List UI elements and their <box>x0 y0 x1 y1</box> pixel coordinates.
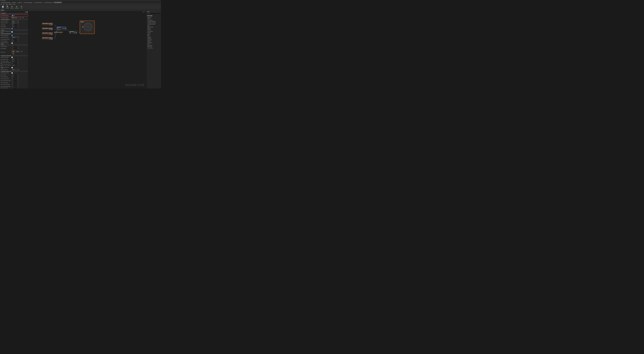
menu-asset[interactable]: Asset <box>6 4 8 5</box>
section-sound[interactable]: Sound <box>0 44 28 46</box>
non-focus-distance-scale-drag[interactable]: ⇔ <box>18 80 18 81</box>
section-listener-focus[interactable]: Attenuation Listener Focus <box>0 71 28 72</box>
stereo-spread-drag[interactable]: ⇔ <box>18 41 18 42</box>
menu-file[interactable]: File <box>0 4 2 5</box>
inner-radius-input[interactable] <box>12 24 17 26</box>
wave-player-5-node[interactable]: Wave Player : IceHit_5 Output <box>42 23 53 26</box>
modulator-input-dot[interactable] <box>70 33 70 33</box>
palette-item-switch[interactable]: Switch <box>147 43 161 45</box>
enable-air-absorption-checkbox[interactable] <box>12 57 13 58</box>
section-attenuation-distance[interactable]: Attenuation Distance <box>0 19 28 20</box>
attenuation-settings-edit-icon[interactable]: ← <box>22 17 22 18</box>
section-culling[interactable]: Culling <box>0 30 28 31</box>
non-focus-priority-scale-drag[interactable]: ⇔ <box>18 84 18 85</box>
pitch-multiplier-drag[interactable]: ⇔ <box>18 48 18 49</box>
inner-radius-drag[interactable]: ⇔ <box>18 24 18 25</box>
modulator-node[interactable]: Modulator Output <box>69 31 77 34</box>
spatialization-method-select[interactable]: Panning <box>12 37 19 38</box>
max-distance-range-drag[interactable]: ⇔ <box>18 61 18 62</box>
enable-spatialization-checkbox[interactable] <box>12 35 13 36</box>
focus-azimuth-input[interactable] <box>12 74 17 76</box>
focus-volume-attenuation-drag[interactable]: ⇔ <box>18 86 18 87</box>
section-attenuation[interactable]: Attenuation <box>0 13 28 14</box>
browse-button[interactable]: 🔍 Browse <box>5 5 10 9</box>
volume-multiplier-drag[interactable]: ⇔ <box>18 46 18 47</box>
non-focus-distance-scale-input[interactable] <box>12 80 17 81</box>
attenuation-shape-select[interactable]: Sphere <box>12 22 19 24</box>
palette-item-wave-param[interactable]: Wave Param <box>147 45 161 46</box>
max-distance-range-input[interactable] <box>12 60 17 62</box>
palette-item-continuous-modulator[interactable]: Continuous Modulator <box>147 21 161 22</box>
stop-button[interactable]: ⏹ Stop <box>19 5 24 9</box>
palette-item-delay[interactable]: Delay <box>147 25 161 27</box>
wave-player-8-node[interactable]: Wave Player : IceHit_8 Output <box>42 37 53 40</box>
palette-item-soundclass[interactable]: SoundClass <box>147 42 161 44</box>
lowpass-cutoff-min-input[interactable] <box>12 62 17 64</box>
section-air-absorption[interactable]: Attenuation Air Absorption <box>0 55 28 56</box>
falloff-distance-input[interactable] <box>12 26 17 28</box>
non-focus-azimuth-drag[interactable]: ⇔ <box>18 76 18 77</box>
details-tab[interactable]: Details <box>0 9 4 11</box>
min-distance-range-drag[interactable]: ⇔ <box>18 59 18 60</box>
stereo-spread-input[interactable] <box>12 40 17 42</box>
random-add-btn[interactable]: + <box>66 29 66 30</box>
palette-sound-node-header[interactable]: Sound Node <box>147 15 161 17</box>
palette-item-looping[interactable]: Looping <box>147 32 161 34</box>
override-attenuation-checkbox[interactable] <box>12 15 13 16</box>
palette-item-random[interactable]: Random <box>147 41 161 42</box>
play-cue-button[interactable]: ▶ Play Cue <box>10 5 14 9</box>
random-node[interactable]: Random Output Add input + <box>56 27 66 31</box>
attenuation-function-select[interactable]: Linear <box>12 20 19 22</box>
menu-edit[interactable]: Edit <box>3 4 4 5</box>
modulator-output-dot[interactable] <box>76 33 77 33</box>
canvas-area[interactable]: Zoom 1:1 Wave Player : IceHit_5 <box>28 11 146 89</box>
palette-item-branch[interactable]: Branch <box>147 18 161 19</box>
output-node[interactable]: Output <box>80 21 95 34</box>
enable-listener-focus-checkbox[interactable] <box>12 72 13 74</box>
attenuation-settings-select[interactable]: None <box>14 17 21 19</box>
tab-ThirdPersonExampleMap[interactable]: ThirdPersonExampleMap <box>0 2 11 3</box>
palette-item-mature[interactable]: Mature <box>147 34 161 35</box>
sound-class-edit-icon[interactable]: ← <box>12 54 12 55</box>
details-lock-icon[interactable]: 🔒 <box>26 11 28 13</box>
pitch-multiplier-input[interactable] <box>12 48 17 49</box>
tab-BaseHero[interactable]: BaseHero <box>11 2 17 3</box>
menu-window[interactable]: Window <box>9 4 12 5</box>
wave-player-preview-node[interactable]: Wave Player : IceHit_7 <box>54 32 63 33</box>
override-attenuation-reset[interactable]: ↺ <box>13 15 15 16</box>
lowpass-cutoff-max-input[interactable] <box>12 65 17 66</box>
wave-player-5-output-dot[interactable] <box>52 24 52 25</box>
lowpass-cutoff-max-drag[interactable]: ⇔ <box>18 65 18 66</box>
palette-item-oscillator[interactable]: Oscillator <box>147 38 161 39</box>
palette-item-quality-level[interactable]: Quality Level <box>147 39 161 41</box>
section-spatialization[interactable]: Attenuation Spatialization <box>0 33 28 35</box>
enable-log-freq-checkbox[interactable] <box>12 67 13 68</box>
palette-item-crossfade-distance[interactable]: Crossfade by Distance <box>147 22 161 24</box>
tab-VJ_IceStorm_Montage[interactable]: VJ_IceStorm_Montage <box>23 2 33 3</box>
absorption-method-select[interactable]: Linear <box>12 69 19 71</box>
random-output-dot[interactable] <box>65 28 66 29</box>
attenuation-settings-btn[interactable]: None <box>12 17 14 19</box>
normalize-3d-checkbox[interactable] <box>12 43 13 44</box>
sound-class-browse-icon[interactable]: 🔍 <box>13 54 14 55</box>
focus-azimuth-drag[interactable]: ⇔ <box>18 74 18 75</box>
palette-item-mixer[interactable]: Mixer <box>147 35 161 36</box>
random-input-dot[interactable] <box>57 28 58 29</box>
wave-player-6-node[interactable]: Wave Player : IceHit_6 Output <box>42 28 53 30</box>
focus-priority-scale-input[interactable] <box>12 82 17 83</box>
volume-multiplier-input[interactable] <box>12 46 17 47</box>
save-button[interactable]: 💾 Save <box>1 5 5 9</box>
falloff-distance-drag[interactable]: ⇔ <box>18 26 18 27</box>
enable-volume-attenuation-checkbox[interactable] <box>12 28 13 29</box>
palette-item-concatenator[interactable]: Concatenator <box>147 19 161 21</box>
palette-search-input[interactable] <box>147 13 161 14</box>
non-spatialized-radius-input[interactable] <box>12 38 17 40</box>
wave-player-7-output-dot[interactable] <box>52 34 52 35</box>
palette-item-modulator[interactable]: Modulator <box>147 36 161 38</box>
tab-UI_BkiTree[interactable]: UI_BkiTree <box>17 2 23 3</box>
palette-item-group-control[interactable]: Group Control <box>147 31 161 32</box>
attenuation-settings-browse-icon[interactable]: 🔍 <box>23 17 24 18</box>
palette-item-wave-player[interactable]: Wave Player <box>147 46 161 48</box>
wave-player-6-output-dot[interactable] <box>52 29 52 30</box>
menu-help[interactable]: Help <box>13 4 15 5</box>
